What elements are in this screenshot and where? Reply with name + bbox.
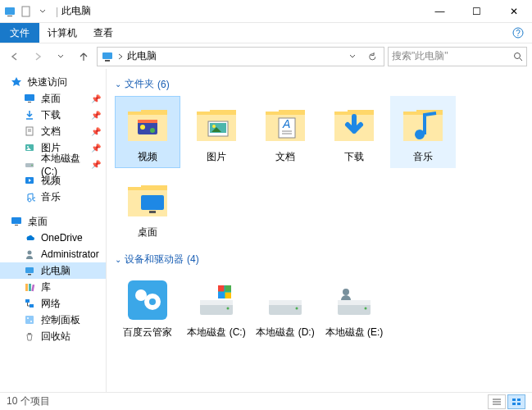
pin-icon: 📌: [91, 160, 101, 169]
svg-rect-27: [31, 285, 34, 291]
group-label: 设备和驱动器: [125, 253, 184, 266]
group-folders-header[interactable]: ⌄ 文件夹 (6): [115, 77, 524, 91]
sidebar-quick-access[interactable]: 快速访问: [0, 74, 106, 90]
dropdown-icon[interactable]: [36, 5, 49, 18]
svg-rect-21: [15, 225, 18, 226]
item-folder-music[interactable]: 音乐: [390, 96, 456, 168]
svg-rect-64: [338, 300, 371, 305]
address-dropdown[interactable]: [344, 48, 361, 65]
item-baiduyun[interactable]: 百度云管家: [115, 271, 180, 344]
svg-rect-73: [517, 403, 521, 405]
sidebar-item-label: Administrator: [41, 248, 99, 260]
sidebar-item-label: 桌面: [41, 92, 61, 106]
svg-point-36: [140, 125, 145, 130]
new-doc-icon[interactable]: [20, 5, 33, 18]
item-folder-desktop[interactable]: 桌面: [115, 171, 180, 244]
address-box[interactable]: 此电脑: [97, 47, 384, 66]
svg-rect-1: [7, 16, 12, 16]
recent-dropdown[interactable]: [51, 47, 70, 66]
item-drive-c[interactable]: 本地磁盘 (C:): [184, 271, 249, 344]
folder-documents-icon: A: [262, 102, 308, 148]
help-button[interactable]: ?: [504, 23, 532, 43]
sidebar-item-drive[interactable]: 本地磁盘 (C:)📌: [0, 156, 106, 172]
svg-rect-33: [28, 333, 31, 335]
item-folder-pictures[interactable]: 图片: [184, 96, 249, 168]
item-drive[interactable]: 本地磁盘 (D:): [252, 271, 318, 344]
sidebar-item-label: 桌面: [28, 215, 48, 229]
sidebar-item-network[interactable]: 网络: [0, 295, 106, 312]
group-count: (6): [157, 79, 170, 90]
item-label: 文档: [275, 151, 295, 162]
icons-view-button[interactable]: [507, 394, 525, 409]
item-label: 音乐: [413, 151, 433, 162]
close-button[interactable]: ✕: [495, 0, 532, 23]
folder-downloads-icon: [331, 102, 377, 148]
search-placeholder: 搜索"此电脑": [392, 49, 448, 63]
svg-rect-53: [200, 300, 233, 305]
pin-icon: 📌: [91, 144, 101, 153]
sidebar-desktop[interactable]: 桌面: [0, 213, 106, 230]
menu-computer[interactable]: 计算机: [39, 23, 85, 43]
sidebar-item-control[interactable]: 控制面板: [0, 312, 106, 328]
svg-point-16: [27, 146, 29, 148]
sidebar-item-downloads[interactable]: 下载📌: [0, 107, 106, 123]
view-buttons: [488, 394, 525, 409]
sidebar-item-recycle[interactable]: 回收站: [0, 328, 106, 344]
sidebar-item-label: 音乐: [41, 190, 61, 204]
drive-icon: [262, 277, 308, 323]
breadcrumb[interactable]: 此电脑: [127, 49, 157, 63]
chevron-down-icon: ⌄: [115, 255, 121, 264]
item-folder-downloads[interactable]: 下载: [321, 96, 387, 168]
sidebar-item-label: OneDrive: [41, 232, 83, 244]
svg-point-65: [365, 307, 367, 309]
sidebar-item-videos[interactable]: 视频: [0, 172, 106, 189]
item-folder-documents[interactable]: A文档: [252, 96, 318, 168]
chevron-down-icon: ⌄: [115, 80, 121, 89]
sidebar: 快速访问 桌面📌下载📌文档📌图片📌本地磁盘 (C:)📌视频音乐 桌面 OneDr…: [0, 69, 107, 392]
downloads-icon: [23, 108, 36, 121]
group-drives-header[interactable]: ⌄ 设备和驱动器 (4): [115, 253, 524, 266]
back-button[interactable]: [5, 47, 25, 66]
svg-rect-2: [22, 7, 30, 16]
item-label: 本地磁盘 (C:): [187, 326, 245, 338]
item-drive-user[interactable]: 本地磁盘 (E:): [321, 271, 387, 344]
sidebar-item-label: 网络: [41, 297, 61, 311]
svg-rect-6: [105, 60, 110, 61]
app-icon: [3, 5, 16, 18]
svg-rect-23: [25, 267, 34, 273]
menu-view[interactable]: 查看: [85, 23, 121, 43]
svg-point-66: [343, 289, 349, 295]
up-button[interactable]: [74, 47, 93, 66]
folder-grid: 视频图片A文档下载音乐桌面: [115, 96, 524, 244]
drive-user-icon: [331, 277, 377, 323]
item-folder-videos[interactable]: 视频: [115, 96, 180, 168]
sidebar-item-documents[interactable]: 文档📌: [0, 123, 106, 139]
folder-pictures-icon: [193, 102, 239, 148]
desktop-icon: [10, 215, 23, 228]
sidebar-item-desktop[interactable]: 桌面📌: [0, 90, 106, 107]
sidebar-item-music[interactable]: 音乐: [0, 189, 106, 205]
recycle-icon: [23, 330, 36, 343]
svg-point-51: [149, 298, 156, 305]
svg-point-31: [27, 317, 29, 319]
svg-rect-57: [225, 285, 232, 292]
details-view-button[interactable]: [488, 394, 506, 409]
svg-point-32: [30, 321, 32, 322]
sidebar-item-onedrive[interactable]: OneDrive: [0, 230, 106, 246]
svg-rect-29: [30, 304, 34, 308]
maximize-button[interactable]: ☐: [458, 0, 495, 23]
minimize-button[interactable]: —: [421, 0, 458, 23]
file-tab[interactable]: 文件: [0, 23, 39, 43]
sidebar-item-user[interactable]: Administrator: [0, 246, 106, 262]
item-label: 本地磁盘 (E:): [325, 326, 384, 338]
svg-rect-9: [25, 94, 34, 101]
refresh-button[interactable]: [364, 48, 380, 65]
forward-button[interactable]: [28, 47, 48, 66]
item-label: 视频: [138, 151, 157, 162]
search-box[interactable]: 搜索"此电脑": [388, 47, 527, 66]
svg-point-7: [515, 52, 521, 58]
sidebar-item-thispc[interactable]: 此电脑: [0, 262, 106, 279]
thispc-icon: [23, 264, 36, 277]
sidebar-item-libraries[interactable]: 库: [0, 279, 106, 295]
thispc-icon: [101, 50, 114, 63]
